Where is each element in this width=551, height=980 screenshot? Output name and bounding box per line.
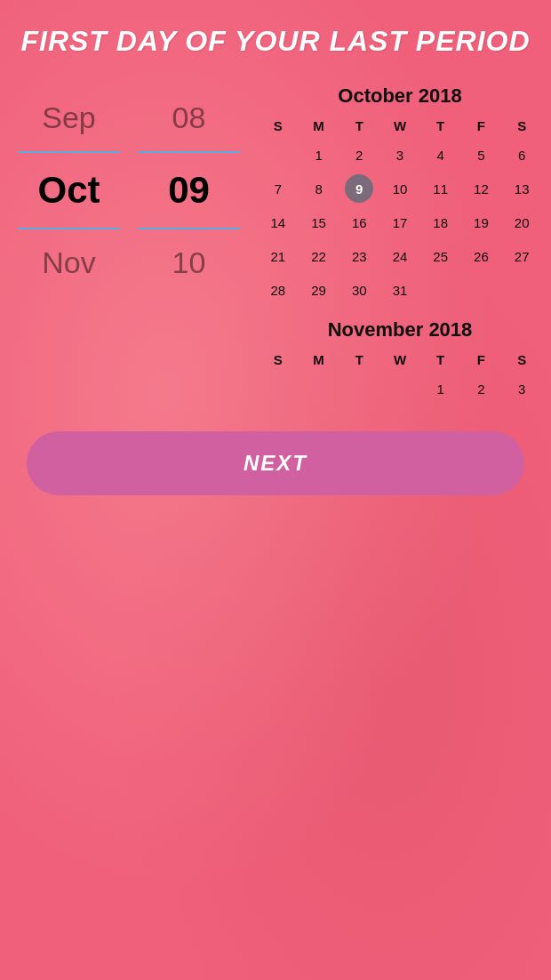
cal-header-s2: S [501,115,542,137]
month-picker-column[interactable]: Sep Oct Nov [9,84,129,405]
cal-day[interactable]: 5 [461,139,502,171]
cal-day[interactable]: 8 [299,173,339,205]
calendar-area: October 2018 S M T W T F S 1 2 3 4 5 6 7… [258,76,542,405]
november-title: November 2018 [258,318,542,341]
cal-day[interactable]: 28 [258,274,299,306]
cal-day [420,274,461,306]
cal-day[interactable]: 11 [420,173,461,205]
november-grid: S M T W T F S 1 2 3 [258,349,542,405]
cal-day[interactable]: 1 [299,139,339,171]
day-current[interactable]: 09 [129,153,249,228]
cal-header-t1: T [339,349,379,371]
cal-header-f: F [461,349,502,371]
cal-day[interactable]: 24 [379,240,420,272]
day-prev[interactable]: 08 [129,84,249,151]
day-next[interactable]: 10 [129,229,249,296]
cal-day [299,373,339,405]
cal-day[interactable]: 20 [501,206,542,238]
cal-header-f: F [461,115,502,137]
cal-day [258,373,299,405]
cal-day [339,373,379,405]
cal-header-t1: T [339,115,379,137]
cal-day[interactable]: 3 [501,373,542,405]
cal-day[interactable]: 6 [501,139,542,171]
cal-day[interactable]: 30 [339,274,379,306]
cal-header-m: M [299,349,339,371]
cal-day[interactable]: 25 [420,240,461,272]
cal-header-t2: T [420,349,461,371]
page-title: FIRST DAY OF YOUR LAST PERIOD [0,0,551,76]
cal-day[interactable]: 16 [339,206,379,238]
cal-day [258,139,299,171]
cal-header-w: W [379,115,420,137]
cal-day [379,373,420,405]
cal-day[interactable]: 15 [299,206,339,238]
cal-day[interactable]: 29 [299,274,339,306]
cal-day[interactable]: 10 [379,173,420,205]
date-picker[interactable]: Sep Oct Nov 08 09 10 [9,76,249,405]
cal-day[interactable]: 13 [501,173,542,205]
cal-day[interactable]: 2 [461,373,502,405]
cal-day[interactable]: 21 [258,240,299,272]
october-grid: S M T W T F S 1 2 3 4 5 6 7 8 9 10 11 12… [258,115,542,306]
cal-header-m: M [299,115,339,137]
next-button[interactable]: NEXT [27,431,524,495]
cal-header-w: W [379,349,420,371]
cal-day [461,274,502,306]
cal-day[interactable]: 12 [461,173,502,205]
cal-day[interactable]: 18 [420,206,461,238]
cal-day[interactable]: 17 [379,206,420,238]
october-title: October 2018 [258,84,542,108]
next-button-container: NEXT [0,414,551,513]
cal-header-t2: T [420,115,461,137]
cal-day[interactable]: 14 [258,206,299,238]
cal-day[interactable]: 26 [461,240,502,272]
cal-day-selected[interactable]: 9 [345,174,373,203]
cal-day[interactable]: 3 [379,139,420,171]
cal-day[interactable]: 1 [420,373,461,405]
cal-header-s2: S [501,349,542,371]
month-next[interactable]: Nov [9,229,129,296]
cal-day[interactable]: 22 [299,240,339,272]
cal-day[interactable]: 23 [339,240,379,272]
cal-header-s1: S [258,349,299,371]
cal-day [501,274,542,306]
cal-day[interactable]: 31 [379,274,420,306]
month-prev[interactable]: Sep [9,84,129,151]
cal-day[interactable]: 19 [461,206,502,238]
cal-day[interactable]: 7 [258,173,299,205]
day-picker-column[interactable]: 08 09 10 [129,84,249,405]
cal-day[interactable]: 4 [420,139,461,171]
cal-day[interactable]: 27 [501,240,542,272]
month-current[interactable]: Oct [9,153,129,228]
cal-day[interactable]: 2 [339,139,379,171]
cal-header-s1: S [258,115,299,137]
